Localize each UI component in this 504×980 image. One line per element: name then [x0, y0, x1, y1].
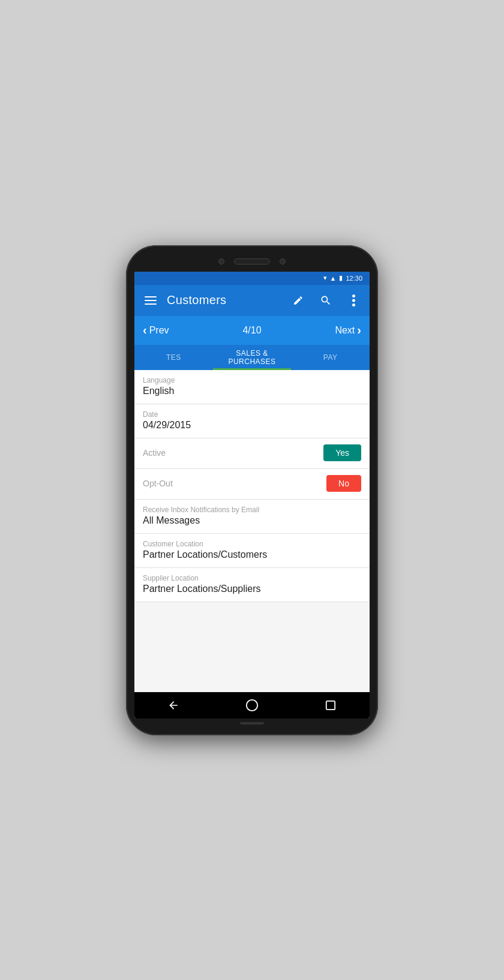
menu-icon[interactable] [142, 291, 160, 309]
customer-location-value[interactable]: Partner Locations/Customers [143, 549, 361, 560]
sensor [280, 258, 286, 264]
field-optout: Opt-Out No [134, 469, 370, 500]
svg-rect-1 [145, 300, 157, 301]
inbox-value[interactable]: All Messages [143, 515, 361, 526]
active-label: Active [143, 448, 166, 458]
svg-rect-0 [145, 296, 157, 297]
svg-point-5 [352, 303, 355, 306]
recent-icon[interactable] [319, 693, 343, 717]
back-icon[interactable] [161, 693, 185, 717]
field-supplier-location: Supplier Location Partner Locations/Supp… [134, 568, 370, 602]
edit-icon[interactable] [289, 291, 307, 309]
bottom-nav [134, 692, 370, 719]
language-value[interactable]: English [143, 386, 361, 396]
more-vertical-icon[interactable] [344, 291, 362, 309]
home-icon[interactable] [240, 693, 264, 717]
search-icon[interactable] [317, 291, 335, 309]
field-inbox-notifications: Receive Inbox Notifications by Email All… [134, 500, 370, 534]
pagination-counter: 4/10 [242, 325, 261, 336]
content-area: Language English Date 04/29/2015 Active … [134, 370, 370, 692]
next-button[interactable]: Next › [335, 323, 361, 337]
language-label: Language [143, 376, 361, 384]
pagination-bar: ‹ Prev 4/10 Next › [134, 316, 370, 345]
svg-point-3 [352, 294, 355, 297]
date-label: Date [143, 410, 361, 419]
signal-icon: ▲ [330, 275, 337, 282]
svg-rect-2 [145, 303, 157, 305]
prev-button[interactable]: ‹ Prev [143, 323, 169, 337]
status-bar: ▾ ▲ ▮ 12:30 [134, 272, 370, 285]
supplier-location-label: Supplier Location [143, 574, 361, 582]
wifi-icon: ▾ [323, 274, 327, 282]
chevron-left-icon: ‹ [143, 323, 147, 337]
field-date: Date 04/29/2015 [134, 404, 370, 438]
field-language: Language English [134, 370, 370, 404]
active-toggle[interactable]: Yes [323, 444, 361, 461]
page-title: Customers [167, 293, 282, 307]
optout-label: Opt-Out [143, 479, 173, 488]
tab-tes[interactable]: TES [134, 345, 213, 370]
inbox-label: Receive Inbox Notifications by Email [143, 506, 361, 514]
svg-point-4 [352, 299, 355, 302]
optout-toggle[interactable]: No [326, 475, 361, 492]
date-value[interactable]: 04/29/2015 [143, 420, 361, 431]
clock: 12:30 [346, 275, 362, 282]
field-active: Active Yes [134, 438, 370, 469]
tab-sales-purchases[interactable]: SALES & PURCHASES [213, 345, 292, 370]
svg-rect-7 [326, 701, 334, 709]
chevron-right-icon: › [357, 323, 361, 337]
home-indicator [240, 722, 264, 725]
app-bar: Customers [134, 285, 370, 316]
svg-point-6 [247, 699, 257, 710]
tabs-bar: TES SALES & PURCHASES PAY [134, 345, 370, 370]
camera [218, 258, 224, 264]
customer-location-label: Customer Location [143, 540, 361, 548]
tab-pay[interactable]: PAY [291, 345, 370, 370]
supplier-location-value[interactable]: Partner Locations/Suppliers [143, 584, 361, 594]
field-customer-location: Customer Location Partner Locations/Cust… [134, 534, 370, 568]
battery-icon: ▮ [339, 274, 343, 282]
speaker [234, 258, 270, 264]
